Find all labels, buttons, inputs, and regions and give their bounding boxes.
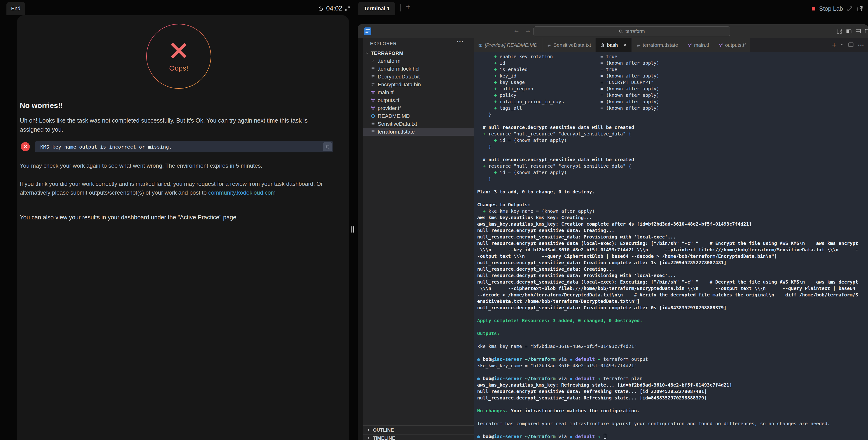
file-item-main.tf[interactable]: main.tf: [363, 89, 474, 96]
terminal-line: --decode > /home/bob/terraform/Decrypted…: [477, 292, 868, 298]
terminal-line: [477, 118, 868, 124]
community-link[interactable]: community.kodekloud.com: [208, 189, 276, 196]
file-label: README.MD: [378, 113, 410, 119]
terminal-line: + tags_all = (known after apply): [477, 105, 868, 112]
stopwatch-icon: [318, 5, 324, 11]
terminal-line: + key_usage = "ENCRYPT_DECRYPT": [477, 79, 868, 86]
outline-section[interactable]: OUTLINE: [363, 426, 474, 435]
new-terminal-button[interactable]: +: [832, 41, 836, 49]
tab-label: [Preview] README.MD: [485, 42, 537, 48]
results-text: You can also view your results in your d…: [20, 214, 238, 221]
file-item-SensitiveData.txt[interactable]: SensitiveData.txt: [363, 120, 474, 128]
file-item-.terraform.lock.hcl[interactable]: .terraform.lock.hcl: [363, 65, 474, 73]
chevron-down-icon: [365, 51, 369, 55]
fullscreen-left-icon[interactable]: [344, 6, 350, 12]
chevron-right-icon: [366, 436, 371, 440]
close-icon[interactable]: [623, 43, 627, 47]
terminal-1-tab[interactable]: Terminal 1: [358, 2, 395, 15]
tab--preview-readme.md[interactable]: [Preview] README.MD: [474, 38, 542, 52]
copy-error-button[interactable]: [323, 143, 332, 151]
preview-icon: [478, 43, 483, 47]
terminal-line: [477, 182, 868, 189]
file-icon: [371, 67, 375, 71]
terminal-line: null_resource.decrypt_sensitive_data: Cr…: [477, 266, 868, 272]
forward-arrow-icon[interactable]: →: [524, 27, 531, 34]
terminal-line: aws_kms_key.nautilus_kms_key: Creation c…: [477, 221, 868, 227]
terminal-line: kke_kms_key_name = "bf2bd3ad-3610-48e2-b…: [477, 343, 868, 350]
terminal-line: null_resource.decrypt_sensitive_data: Pr…: [477, 272, 868, 279]
open-external-icon[interactable]: [857, 5, 863, 12]
file-label: terraform.tfstate: [378, 129, 415, 135]
file-icon: [547, 43, 551, 47]
error-status-icon: [21, 142, 30, 151]
stop-square-icon: [812, 7, 815, 10]
layout-controls: [837, 28, 868, 35]
terminal-line: }: [477, 144, 868, 150]
file-item-README.MD[interactable]: README.MD: [363, 112, 474, 120]
terminal-line: null_resource.encrypt_sensitive_data: Pr…: [477, 234, 868, 240]
terminal-line: # null_resource.encrypt_sensitive_data w…: [477, 156, 868, 163]
terminal-line: \\\n --key-id bf2bd3ad-3610-48e2-bf5f-01…: [477, 247, 868, 253]
terminal-line: [477, 414, 868, 420]
file-label: SensitiveData.txt: [378, 121, 417, 127]
file-item-terraform.tfstate[interactable]: terraform.tfstate: [363, 128, 474, 136]
terminal-dropdown-icon[interactable]: [840, 43, 844, 48]
terminal-line: }: [477, 176, 868, 182]
bash-icon: [600, 43, 605, 47]
back-arrow-icon[interactable]: ←: [513, 27, 520, 34]
panel-resize-handle[interactable]: [351, 226, 354, 233]
more-actions-icon[interactable]: ···: [858, 41, 864, 49]
terminal-line: [477, 324, 868, 330]
timeline-section[interactable]: TIMELINE: [363, 435, 474, 440]
terminal-line: Plan: 3 to add, 0 to change, 0 to destro…: [477, 189, 868, 195]
terminal-line: [477, 369, 868, 375]
terminal-line: Changes to Outputs:: [477, 201, 868, 208]
split-editor-icon[interactable]: [848, 42, 854, 49]
file-label: EncryptedData.bin: [378, 82, 421, 88]
file-label: outputs.tf: [378, 97, 399, 103]
chevron-right-icon: [366, 428, 371, 432]
workspace-root[interactable]: TERRAFORM: [363, 49, 474, 57]
vscode-menu-icon[interactable]: [364, 27, 371, 35]
toggle-sidebar-icon[interactable]: [846, 28, 852, 35]
file-item-provider.tf[interactable]: provider.tf: [363, 104, 474, 112]
vscode-window: ← → terraform: [358, 24, 868, 440]
tab-bash[interactable]: bash: [596, 38, 631, 52]
chevron-right-icon: [371, 59, 375, 63]
end-lab-tab[interactable]: End: [6, 2, 25, 15]
tf-icon: [371, 90, 375, 94]
tf-icon: [718, 43, 723, 47]
file-label: DecryptedData.txt: [378, 74, 420, 80]
file-item-EncryptedData.bin[interactable]: EncryptedData.bin: [363, 81, 474, 89]
terminal-output[interactable]: + enable_key_rotation = true + id = (kno…: [474, 52, 868, 440]
file-item-DecryptedData.txt[interactable]: DecryptedData.txt: [363, 73, 474, 81]
terminal-line: + is_enabled = true: [477, 66, 868, 73]
tab-main.tf[interactable]: main.tf: [683, 38, 714, 52]
command-search-box[interactable]: terraform: [533, 27, 730, 36]
tab-label: main.tf: [694, 42, 709, 48]
toggle-secondary-sidebar-icon[interactable]: [865, 28, 868, 35]
fullscreen-right-icon[interactable]: [847, 6, 853, 12]
lab-timer: 04:02: [318, 5, 342, 12]
oops-badge: Oops!: [146, 24, 211, 89]
tab-terraform.tfstate[interactable]: terraform.tfstate: [631, 38, 683, 52]
terminal-line: [477, 427, 868, 433]
tab-outputs.tf[interactable]: outputs.tf: [714, 38, 750, 52]
file-icon: [371, 83, 375, 87]
tab-sensitivedata.txt[interactable]: SensitiveData.txt: [542, 38, 596, 52]
file-item-outputs.tf[interactable]: outputs.tf: [363, 96, 474, 104]
tf-icon: [371, 106, 375, 110]
file-icon: [371, 130, 375, 134]
terminal-line: + id = (known after apply): [477, 137, 868, 144]
explorer-more-actions[interactable]: ···: [457, 38, 464, 45]
add-terminal-button[interactable]: +: [406, 2, 411, 12]
file-icon: [371, 75, 375, 79]
stop-lab-button[interactable]: Stop Lab: [819, 5, 843, 12]
file-item-.terraform[interactable]: .terraform: [363, 57, 474, 65]
terminal-line: null_resource.encrypt_sensitive_data (lo…: [477, 240, 868, 247]
customize-layout-icon[interactable]: [837, 28, 842, 35]
file-label: provider.tf: [378, 105, 401, 112]
terminal-line: [477, 350, 868, 356]
toggle-panel-icon[interactable]: [855, 28, 861, 35]
terminal-line: }: [477, 112, 868, 118]
